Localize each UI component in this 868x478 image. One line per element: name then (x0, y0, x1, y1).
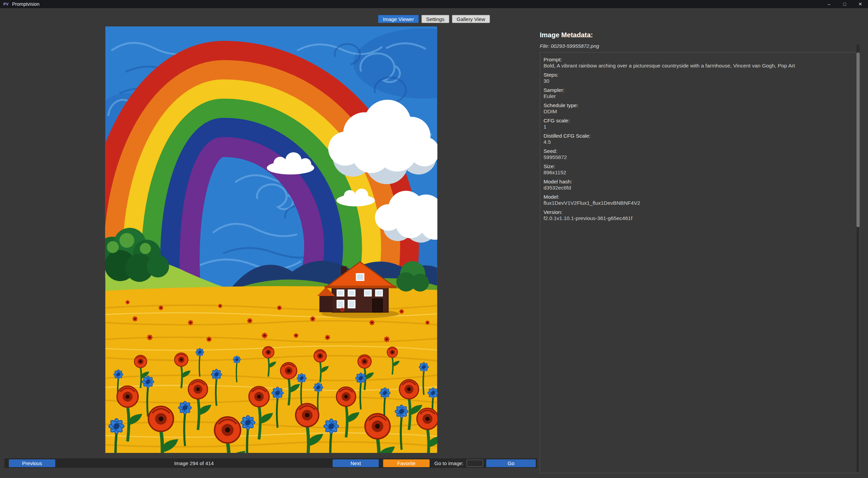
metadata-field: Version:f2.0.1v1.10.1-previous-361-g65ec… (544, 209, 856, 221)
metadata-field-value: d3532ec6fd (544, 185, 856, 191)
generated-image (105, 26, 437, 453)
metadata-field-label: Schedule type: (544, 102, 856, 108)
metadata-filename: File: 00293-59955872.png (540, 43, 860, 49)
scrollbar-thumb[interactable] (856, 53, 860, 227)
minimize-icon[interactable]: – (821, 0, 837, 8)
metadata-field: CFG scale:1 (544, 118, 856, 130)
metadata-field-value: Euler (544, 93, 856, 99)
metadata-field-label: Prompt: (544, 57, 856, 63)
metadata-field-label: Size: (544, 163, 856, 170)
tab-bar: Image ViewerSettingsGallery View (0, 15, 868, 23)
metadata-fields: Prompt:Bold, A vibrant rainbow arching o… (540, 52, 860, 473)
metadata-field: Prompt:Bold, A vibrant rainbow arching o… (544, 57, 856, 69)
next-button[interactable]: Next (333, 459, 379, 467)
metadata-field: Sampler:Euler (544, 87, 856, 99)
tab-gallery-view[interactable]: Gallery View (452, 15, 490, 23)
navigation-bar: Previous Image 294 of 414 Next Favorite … (4, 458, 537, 468)
metadata-field-value: 896x1152 (544, 170, 856, 176)
metadata-field-value: 59955872 (544, 154, 856, 160)
metadata-field-value: DDIM (544, 108, 856, 115)
metadata-field-label: Seed: (544, 148, 856, 154)
maximize-icon[interactable]: □ (837, 0, 852, 8)
titlebar: PV Promptvision – □ ✕ (0, 0, 868, 8)
tab-image-viewer[interactable]: Image Viewer (378, 15, 418, 23)
metadata-field-label: Sampler: (544, 87, 856, 93)
metadata-field-value: flux1DevV1V2Flux1_flux1DevBNBNF4V2 (544, 200, 856, 206)
metadata-field: Seed:59955872 (544, 148, 856, 160)
metadata-field-label: Version: (544, 209, 856, 215)
metadata-field: Model:flux1DevV1V2Flux1_flux1DevBNBNF4V2 (544, 194, 856, 206)
metadata-field-value: 1 (544, 124, 856, 130)
metadata-field-value: 4.5 (544, 139, 856, 145)
metadata-field: Schedule type:DDIM (544, 102, 856, 115)
metadata-field-value: 30 (544, 78, 856, 84)
metadata-field: Distilled CFG Scale:4.5 (544, 133, 856, 145)
previous-button[interactable]: Previous (9, 459, 55, 467)
metadata-field-value: f2.0.1v1.10.1-previous-361-g65ec461f (544, 215, 856, 221)
favorite-button[interactable]: Favorite (383, 459, 430, 467)
metadata-field-label: Model: (544, 194, 856, 200)
window-controls: – □ ✕ (821, 0, 868, 8)
metadata-panel: Image Metadata: File: 00293-59955872.png… (540, 26, 860, 473)
image-viewer-stage (105, 26, 437, 453)
go-button[interactable]: Go (486, 459, 536, 467)
metadata-heading: Image Metadata: (540, 31, 860, 39)
metadata-field-label: Distilled CFG Scale: (544, 133, 856, 139)
metadata-field: Size:896x1152 (544, 163, 856, 176)
close-icon[interactable]: ✕ (852, 0, 868, 8)
image-counter: Image 294 of 414 (55, 460, 333, 466)
scrollbar[interactable] (856, 44, 860, 472)
metadata-field-label: Steps: (544, 72, 856, 78)
metadata-field-value: Bold, A vibrant rainbow arching over a p… (544, 63, 856, 69)
app-title: Promptvision (12, 1, 40, 7)
goto-image-input[interactable] (467, 460, 483, 467)
metadata-field-label: Model hash: (544, 179, 856, 185)
app-icon: PV (3, 2, 9, 6)
tab-settings[interactable]: Settings (421, 15, 449, 23)
goto-image-label: Go to image: (434, 460, 463, 466)
metadata-field-label: CFG scale: (544, 118, 856, 124)
metadata-field: Model hash:d3532ec6fd (544, 179, 856, 191)
metadata-field: Steps:30 (544, 72, 856, 84)
